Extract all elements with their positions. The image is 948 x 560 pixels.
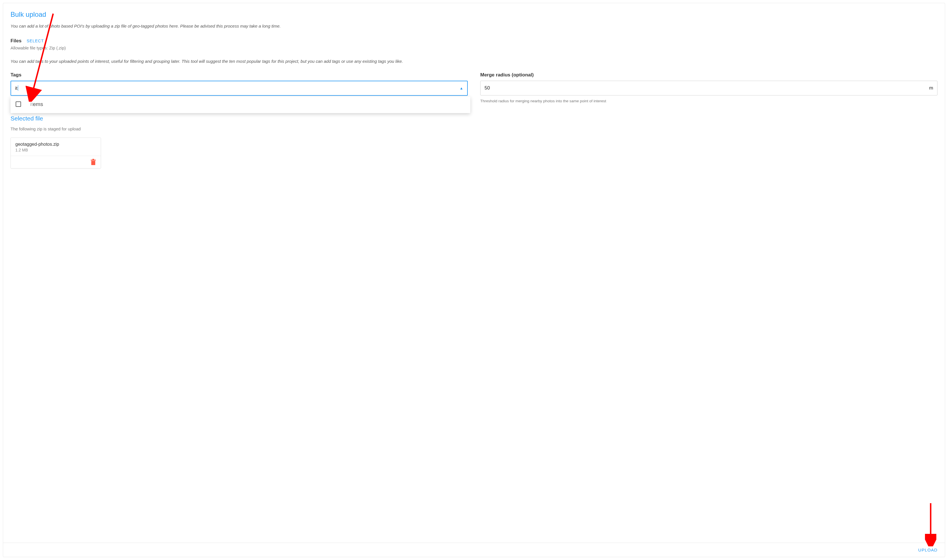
trash-icon[interactable] xyxy=(91,159,96,166)
text-caret xyxy=(18,85,18,91)
select-files-button[interactable]: SELECT xyxy=(27,38,44,43)
tags-input-wrap: it ▲ items xyxy=(11,81,468,96)
tags-dropdown: items xyxy=(11,97,470,113)
dropdown-item-items[interactable]: items xyxy=(15,101,465,108)
files-label: Files xyxy=(11,38,22,44)
file-name: geotagged-photos.zip xyxy=(15,142,96,147)
chevron-up-icon[interactable]: ▲ xyxy=(459,86,463,90)
upload-button[interactable]: UPLOAD xyxy=(918,548,937,552)
tags-input[interactable]: it xyxy=(11,81,468,96)
svg-rect-2 xyxy=(91,160,96,160)
merge-unit: m xyxy=(929,85,933,91)
selected-file-heading: Selected file xyxy=(11,115,937,122)
files-row: Files SELECT xyxy=(11,38,937,44)
bulk-upload-card: Bulk upload You can add a lot of photo b… xyxy=(3,3,945,557)
checkbox-icon[interactable] xyxy=(15,102,21,107)
tags-label: Tags xyxy=(11,72,468,78)
file-card-info: geotagged-photos.zip 1.2 MB xyxy=(11,138,101,156)
merge-radius-input[interactable] xyxy=(484,81,929,95)
intro-text: You can add a lot of photo based POI's b… xyxy=(11,23,937,28)
page-title: Bulk upload xyxy=(11,11,937,18)
tags-intro: You can add tags to your uploaded points… xyxy=(11,59,937,64)
file-card-actions xyxy=(11,156,101,168)
staged-file-card: geotagged-photos.zip 1.2 MB xyxy=(11,137,101,168)
form-columns: Tags it ▲ items Merge radius (optional) xyxy=(11,72,937,103)
card-footer: UPLOAD xyxy=(3,543,945,557)
merge-label: Merge radius (optional) xyxy=(480,72,937,78)
tags-column: Tags it ▲ items xyxy=(11,72,468,103)
files-hint: Allowable file types: Zip (.zip) xyxy=(11,45,937,50)
merge-input-row: m xyxy=(480,81,937,95)
svg-rect-3 xyxy=(92,159,94,160)
staged-hint: The following zip is staged for upload xyxy=(11,126,937,131)
dropdown-item-label: items xyxy=(30,101,43,108)
file-size: 1.2 MB xyxy=(15,148,96,152)
card-body: Bulk upload You can add a lot of photo b… xyxy=(3,3,945,543)
merge-column: Merge radius (optional) m Threshold radi… xyxy=(480,72,937,103)
merge-hint: Threshold radius for merging nearby phot… xyxy=(480,99,937,103)
svg-rect-1 xyxy=(91,161,95,165)
